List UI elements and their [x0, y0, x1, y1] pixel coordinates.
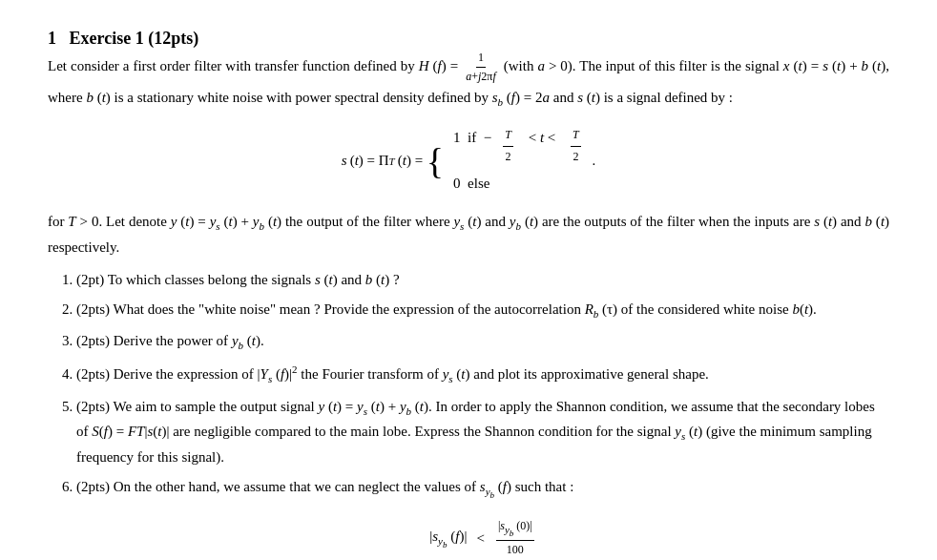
transfer-fraction: 1 a+j2πf: [464, 49, 498, 86]
section-title: 1 Exercise 1 (12pts): [48, 29, 198, 48]
question-3: (2pts) Derive the power of yb (t).: [76, 329, 889, 355]
intro-paragraph: Let consider a first order filter with t…: [48, 49, 889, 112]
question-4: (2pts) Derive the expression of |Ys (f)|…: [76, 362, 889, 388]
signal-equation: s (t) = ΠT (t) = { 1 if − T 2 < t < T 2 …: [48, 125, 889, 197]
question-2: (2pts) What does the "white noise" mean …: [76, 298, 889, 323]
question-5: (2pts) We aim to sample the output signa…: [76, 395, 889, 468]
piecewise-cases: 1 if − T 2 < t < T 2 0 else: [453, 125, 583, 197]
section-header: 1 Exercise 1 (12pts): [48, 29, 889, 49]
ineq-fraction: |syb (0)| 100: [496, 517, 534, 559]
question-6: (2pts) On the other hand, we assume that…: [76, 475, 889, 560]
question-1: (2pt) To which classes belong the signal…: [76, 268, 889, 291]
post-equation-paragraph: for T > 0. Let denote y (t) = ys (t) + y…: [48, 210, 889, 259]
questions-list: (2pt) To which classes belong the signal…: [76, 268, 889, 560]
abs-inequality: |syb (f)| < |syb (0)| 100: [76, 517, 889, 559]
